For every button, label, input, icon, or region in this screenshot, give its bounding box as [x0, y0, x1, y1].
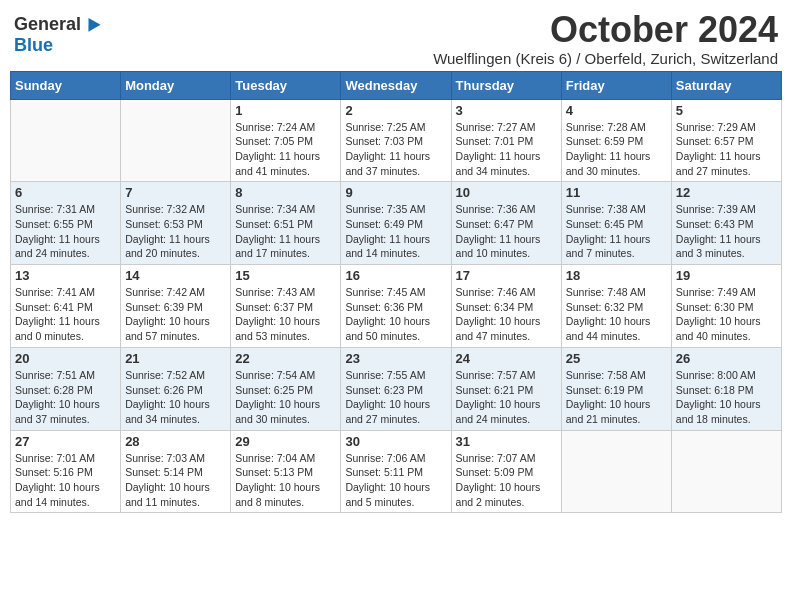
col-wednesday: Wednesday	[341, 71, 451, 99]
day-detail: Sunrise: 7:31 AMSunset: 6:55 PMDaylight:…	[15, 202, 116, 261]
cell-4-7: 26Sunrise: 8:00 AMSunset: 6:18 PMDayligh…	[671, 347, 781, 430]
day-detail: Sunrise: 7:34 AMSunset: 6:51 PMDaylight:…	[235, 202, 336, 261]
calendar-header-row: Sunday Monday Tuesday Wednesday Thursday…	[11, 71, 782, 99]
day-detail: Sunrise: 7:03 AMSunset: 5:14 PMDaylight:…	[125, 451, 226, 510]
cell-3-3: 15Sunrise: 7:43 AMSunset: 6:37 PMDayligh…	[231, 265, 341, 348]
day-detail: Sunrise: 8:00 AMSunset: 6:18 PMDaylight:…	[676, 368, 777, 427]
day-number: 22	[235, 351, 336, 366]
logo-blue-text: Blue	[14, 35, 53, 56]
week-row-2: 6Sunrise: 7:31 AMSunset: 6:55 PMDaylight…	[11, 182, 782, 265]
cell-1-4: 2Sunrise: 7:25 AMSunset: 7:03 PMDaylight…	[341, 99, 451, 182]
day-detail: Sunrise: 7:28 AMSunset: 6:59 PMDaylight:…	[566, 120, 667, 179]
day-detail: Sunrise: 7:27 AMSunset: 7:01 PMDaylight:…	[456, 120, 557, 179]
calendar-table: Sunday Monday Tuesday Wednesday Thursday…	[10, 71, 782, 514]
day-number: 28	[125, 434, 226, 449]
col-sunday: Sunday	[11, 71, 121, 99]
cell-4-1: 20Sunrise: 7:51 AMSunset: 6:28 PMDayligh…	[11, 347, 121, 430]
cell-4-5: 24Sunrise: 7:57 AMSunset: 6:21 PMDayligh…	[451, 347, 561, 430]
cell-4-2: 21Sunrise: 7:52 AMSunset: 6:26 PMDayligh…	[121, 347, 231, 430]
day-number: 26	[676, 351, 777, 366]
day-detail: Sunrise: 7:35 AMSunset: 6:49 PMDaylight:…	[345, 202, 446, 261]
cell-2-5: 10Sunrise: 7:36 AMSunset: 6:47 PMDayligh…	[451, 182, 561, 265]
cell-5-6	[561, 430, 671, 513]
day-detail: Sunrise: 7:38 AMSunset: 6:45 PMDaylight:…	[566, 202, 667, 261]
cell-5-7	[671, 430, 781, 513]
col-monday: Monday	[121, 71, 231, 99]
day-number: 9	[345, 185, 446, 200]
day-number: 25	[566, 351, 667, 366]
day-number: 12	[676, 185, 777, 200]
cell-1-2	[121, 99, 231, 182]
day-detail: Sunrise: 7:25 AMSunset: 7:03 PMDaylight:…	[345, 120, 446, 179]
location-subtitle: Wuelflingen (Kreis 6) / Oberfeld, Zurich…	[433, 50, 778, 67]
day-number: 17	[456, 268, 557, 283]
cell-5-1: 27Sunrise: 7:01 AMSunset: 5:16 PMDayligh…	[11, 430, 121, 513]
svg-marker-0	[83, 15, 101, 32]
day-number: 3	[456, 103, 557, 118]
day-detail: Sunrise: 7:52 AMSunset: 6:26 PMDaylight:…	[125, 368, 226, 427]
col-friday: Friday	[561, 71, 671, 99]
day-detail: Sunrise: 7:51 AMSunset: 6:28 PMDaylight:…	[15, 368, 116, 427]
day-number: 29	[235, 434, 336, 449]
cell-1-6: 4Sunrise: 7:28 AMSunset: 6:59 PMDaylight…	[561, 99, 671, 182]
cell-3-4: 16Sunrise: 7:45 AMSunset: 6:36 PMDayligh…	[341, 265, 451, 348]
cell-4-4: 23Sunrise: 7:55 AMSunset: 6:23 PMDayligh…	[341, 347, 451, 430]
logo-icon	[83, 15, 101, 33]
day-detail: Sunrise: 7:01 AMSunset: 5:16 PMDaylight:…	[15, 451, 116, 510]
day-detail: Sunrise: 7:36 AMSunset: 6:47 PMDaylight:…	[456, 202, 557, 261]
day-number: 16	[345, 268, 446, 283]
day-number: 6	[15, 185, 116, 200]
day-number: 21	[125, 351, 226, 366]
cell-3-5: 17Sunrise: 7:46 AMSunset: 6:34 PMDayligh…	[451, 265, 561, 348]
cell-4-3: 22Sunrise: 7:54 AMSunset: 6:25 PMDayligh…	[231, 347, 341, 430]
day-detail: Sunrise: 7:06 AMSunset: 5:11 PMDaylight:…	[345, 451, 446, 510]
day-number: 11	[566, 185, 667, 200]
logo: General Blue	[14, 14, 101, 56]
day-detail: Sunrise: 7:04 AMSunset: 5:13 PMDaylight:…	[235, 451, 336, 510]
day-number: 1	[235, 103, 336, 118]
cell-2-7: 12Sunrise: 7:39 AMSunset: 6:43 PMDayligh…	[671, 182, 781, 265]
day-number: 18	[566, 268, 667, 283]
col-saturday: Saturday	[671, 71, 781, 99]
day-number: 8	[235, 185, 336, 200]
day-number: 30	[345, 434, 446, 449]
week-row-3: 13Sunrise: 7:41 AMSunset: 6:41 PMDayligh…	[11, 265, 782, 348]
day-number: 5	[676, 103, 777, 118]
cell-2-3: 8Sunrise: 7:34 AMSunset: 6:51 PMDaylight…	[231, 182, 341, 265]
cell-3-6: 18Sunrise: 7:48 AMSunset: 6:32 PMDayligh…	[561, 265, 671, 348]
week-row-5: 27Sunrise: 7:01 AMSunset: 5:16 PMDayligh…	[11, 430, 782, 513]
page-header: General Blue October 2024 Wuelflingen (K…	[10, 10, 782, 67]
cell-3-2: 14Sunrise: 7:42 AMSunset: 6:39 PMDayligh…	[121, 265, 231, 348]
day-detail: Sunrise: 7:58 AMSunset: 6:19 PMDaylight:…	[566, 368, 667, 427]
day-number: 19	[676, 268, 777, 283]
cell-3-7: 19Sunrise: 7:49 AMSunset: 6:30 PMDayligh…	[671, 265, 781, 348]
logo-general-text: General	[14, 14, 81, 35]
day-number: 23	[345, 351, 446, 366]
cell-4-6: 25Sunrise: 7:58 AMSunset: 6:19 PMDayligh…	[561, 347, 671, 430]
day-detail: Sunrise: 7:49 AMSunset: 6:30 PMDaylight:…	[676, 285, 777, 344]
cell-1-7: 5Sunrise: 7:29 AMSunset: 6:57 PMDaylight…	[671, 99, 781, 182]
week-row-1: 1Sunrise: 7:24 AMSunset: 7:05 PMDaylight…	[11, 99, 782, 182]
day-number: 4	[566, 103, 667, 118]
day-detail: Sunrise: 7:39 AMSunset: 6:43 PMDaylight:…	[676, 202, 777, 261]
day-detail: Sunrise: 7:41 AMSunset: 6:41 PMDaylight:…	[15, 285, 116, 344]
day-detail: Sunrise: 7:43 AMSunset: 6:37 PMDaylight:…	[235, 285, 336, 344]
day-number: 14	[125, 268, 226, 283]
day-detail: Sunrise: 7:48 AMSunset: 6:32 PMDaylight:…	[566, 285, 667, 344]
day-number: 24	[456, 351, 557, 366]
month-title: October 2024	[433, 10, 778, 50]
cell-2-6: 11Sunrise: 7:38 AMSunset: 6:45 PMDayligh…	[561, 182, 671, 265]
day-detail: Sunrise: 7:07 AMSunset: 5:09 PMDaylight:…	[456, 451, 557, 510]
day-number: 2	[345, 103, 446, 118]
day-detail: Sunrise: 7:54 AMSunset: 6:25 PMDaylight:…	[235, 368, 336, 427]
cell-5-4: 30Sunrise: 7:06 AMSunset: 5:11 PMDayligh…	[341, 430, 451, 513]
day-detail: Sunrise: 7:42 AMSunset: 6:39 PMDaylight:…	[125, 285, 226, 344]
day-detail: Sunrise: 7:24 AMSunset: 7:05 PMDaylight:…	[235, 120, 336, 179]
day-number: 13	[15, 268, 116, 283]
cell-2-1: 6Sunrise: 7:31 AMSunset: 6:55 PMDaylight…	[11, 182, 121, 265]
col-thursday: Thursday	[451, 71, 561, 99]
cell-5-3: 29Sunrise: 7:04 AMSunset: 5:13 PMDayligh…	[231, 430, 341, 513]
day-detail: Sunrise: 7:45 AMSunset: 6:36 PMDaylight:…	[345, 285, 446, 344]
week-row-4: 20Sunrise: 7:51 AMSunset: 6:28 PMDayligh…	[11, 347, 782, 430]
title-section: October 2024 Wuelflingen (Kreis 6) / Obe…	[433, 10, 778, 67]
